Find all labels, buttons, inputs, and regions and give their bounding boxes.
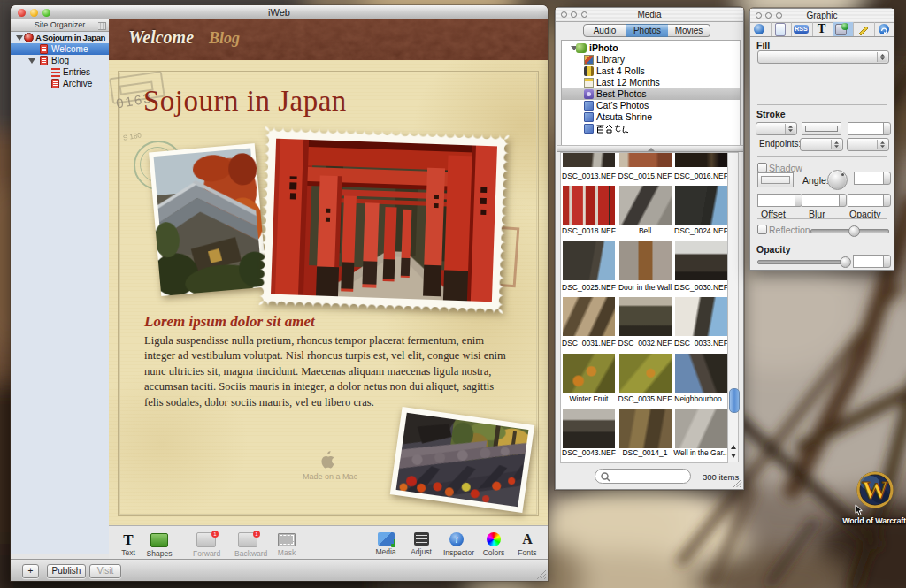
svg-text:W: W <box>862 475 888 504</box>
